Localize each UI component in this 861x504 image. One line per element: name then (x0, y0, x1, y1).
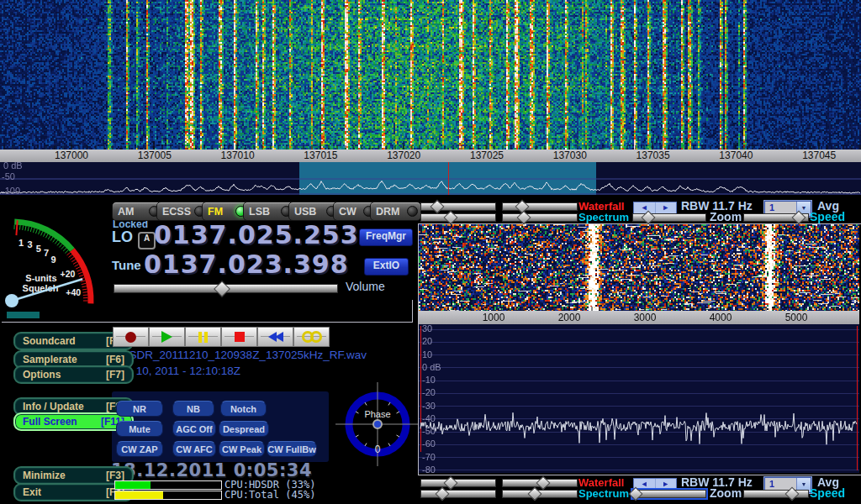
mode-button-label: FM (208, 206, 223, 218)
bottom-waterfall-contrast-slider[interactable] (502, 479, 578, 487)
audio-db-scale-label: -20 (422, 387, 436, 397)
top-zoom-slider[interactable] (632, 213, 706, 222)
bottom-spectrum-brightness-slider-thumb[interactable] (435, 487, 449, 501)
cpu-meter-track (114, 480, 222, 490)
smeter-scale-label: 7 (44, 248, 49, 258)
top-speed-label: Speed (810, 210, 845, 223)
smeter-scale-label: +40 (66, 287, 81, 297)
squelch-level-bar[interactable] (7, 312, 40, 318)
lo-frequency-display[interactable]: 0137.025.253 (154, 220, 359, 249)
volume-slider[interactable] (114, 284, 338, 293)
smeter-scale-label: +20 (61, 269, 76, 279)
bottom-zoom-slider-thumb[interactable] (628, 487, 642, 501)
clock-display: 18.12.2011 0:05:34 (111, 460, 312, 480)
audio-freq-scale-label: 2000 (548, 312, 590, 324)
sidebar-button-label: Full Screen (23, 416, 77, 428)
phase-scope: Phase0 (335, 382, 420, 466)
dsp-agc-off-button[interactable]: AGC Off (172, 421, 216, 437)
mode-button-drm[interactable]: DRM (370, 202, 421, 221)
mode-led-icon (407, 206, 418, 217)
top-speed-slider-thumb[interactable] (792, 211, 806, 225)
mode-button-label: AM (118, 206, 134, 218)
freq-scale-label: 137020 (378, 150, 429, 162)
dsp-notch-button[interactable]: Notch (220, 401, 267, 417)
s-meter: 13579+20+40S-unitsSquelch (2, 202, 113, 326)
playback-loop-button[interactable] (293, 327, 330, 347)
bottom-waterfall-brightness-slider-thumb[interactable] (444, 476, 458, 491)
play-icon (161, 331, 172, 343)
top-waterfall-brightness-slider[interactable] (420, 202, 496, 211)
lo-label: LO (112, 228, 133, 246)
sidebar-button-options[interactable]: Options[F7] (13, 365, 134, 384)
dsp-nr-button[interactable]: NR (116, 401, 163, 417)
top-spectrum-brightness-slider[interactable] (420, 213, 496, 222)
bottom-waterfall-contrast-slider-thumb[interactable] (536, 476, 551, 491)
audio-db-scale-label: -10 (422, 375, 436, 385)
bottom-waterfall-brightness-slider[interactable] (420, 479, 496, 487)
playback-stop-button[interactable] (221, 327, 257, 347)
freq-scale-label: 137040 (710, 150, 761, 162)
top-speed-slider[interactable] (743, 213, 809, 222)
main-waterfall-display[interactable] (0, 0, 861, 150)
audio-freq-scale-label: 3000 (624, 312, 666, 324)
extio-button[interactable]: ExtIO (364, 258, 409, 276)
volume-slider-thumb[interactable] (214, 281, 230, 297)
sidebar-button-label: Soundcard (23, 335, 76, 347)
panel-divider (412, 300, 413, 322)
dsp-cw-fullbw-button[interactable]: CW FullBw (267, 441, 317, 457)
sidebar-button-label: Info / Update (23, 401, 84, 412)
top-spectrum-brightness-slider-thumb[interactable] (444, 211, 458, 225)
audio-db-scale-label: -80 (422, 465, 436, 475)
dsp-cw-zap-button[interactable]: CW ZAP (116, 441, 163, 457)
bottom-spectrum-contrast-slider[interactable] (502, 490, 578, 498)
auto-lock-badge[interactable]: A (138, 232, 156, 249)
playback-play-button[interactable] (149, 327, 185, 347)
bottom-spectrum-brightness-slider[interactable] (420, 490, 496, 498)
dsp-despread-button[interactable]: Despread (219, 421, 269, 437)
top-waterfall-brightness-slider-thumb[interactable] (430, 200, 445, 214)
top-waterfall-contrast-slider[interactable] (502, 202, 578, 211)
mode-button-label: ECSS (162, 206, 191, 218)
sidebar-button-key: [F6] (106, 354, 124, 365)
bottom-spectrum-contrast-slider-thumb[interactable] (527, 487, 541, 501)
smeter-scale-label: 9 (50, 255, 55, 265)
mode-button-label: CW (339, 206, 357, 218)
bottom-speed-slider-thumb[interactable] (785, 487, 800, 501)
freq-scale-label: 137000 (46, 150, 97, 162)
dsp-cw-afc-button[interactable]: CW AFC (172, 441, 216, 457)
freq-scale-label: 137015 (295, 150, 346, 162)
playback-rewind-button[interactable] (257, 327, 293, 347)
top-spectrum-contrast-slider-thumb[interactable] (516, 211, 531, 225)
top-spectrum-contrast-slider[interactable] (502, 213, 578, 222)
dsp-mute-button[interactable]: Mute (116, 421, 163, 437)
audio-db-scale-label: -40 (422, 413, 436, 423)
mode-button-lsb[interactable]: LSB (243, 202, 295, 221)
cpu-meter-label: CPU:Total (45%) (224, 489, 315, 501)
db-scale-label: -100 (2, 186, 20, 196)
cpu-meter-fill (115, 481, 151, 489)
mode-button-ecss[interactable]: ECSS (156, 202, 209, 221)
smeter-scale-label: 1 (18, 238, 24, 248)
cpu-meter-track (114, 491, 222, 500)
playback-pause-button[interactable] (185, 327, 221, 347)
dsp-cw-peak-button[interactable]: CW Peak (219, 441, 265, 457)
bottom-zoom-slider[interactable] (632, 490, 706, 498)
audio-waterfall-display[interactable] (419, 224, 859, 311)
playback-record-button[interactable] (113, 327, 149, 347)
freq-scale-label: 137005 (129, 150, 180, 162)
freq-scale-label: 137035 (628, 150, 679, 162)
pause-icon (198, 332, 208, 343)
phase-value: 0 (375, 444, 381, 455)
audio-spectrum-display[interactable] (419, 324, 859, 473)
phase-label: Phase (364, 409, 390, 419)
top-zoom-slider-thumb[interactable] (642, 211, 656, 225)
freqmgr-button[interactable]: FreqMgr (359, 228, 413, 246)
dsp-nb-button[interactable]: NB (172, 401, 214, 417)
bottom-speed-slider[interactable] (743, 490, 809, 498)
tune-frequency-display[interactable]: 0137.023.398 (144, 249, 349, 279)
main-spectrum-display[interactable] (0, 162, 861, 195)
mode-button-am[interactable]: AM (112, 202, 163, 221)
mode-button-label: USB (294, 206, 316, 218)
record-icon (125, 332, 136, 343)
top-zoom-label: Zoom (710, 210, 742, 223)
